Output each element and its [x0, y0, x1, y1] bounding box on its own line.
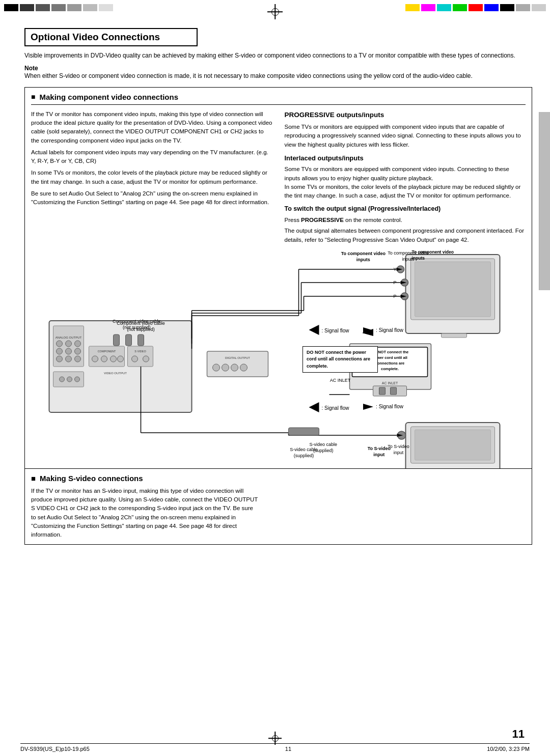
svg-text:DIGITAL OUTPUT: DIGITAL OUTPUT [225, 356, 250, 359]
svg-rect-18 [128, 346, 153, 367]
signal-flow-2-label: : Signal flow [362, 401, 403, 412]
svg-text:S VIDEO: S VIDEO [134, 350, 146, 353]
svg-rect-59 [415, 430, 491, 460]
do-not-connect-box: DO NOT connect the power cord until all … [302, 346, 378, 373]
svg-text:ANALOG OUTPUT: ANALOG OUTPUT [56, 336, 82, 339]
section1-right-col: PROGRESSIVE outputs/inputs Some TVs or m… [285, 110, 526, 244]
svg-rect-42 [391, 387, 397, 395]
svg-point-32 [240, 364, 248, 371]
svg-point-11 [75, 356, 81, 362]
svg-text:To component video: To component video [412, 249, 454, 255]
note-text: When either S-video or component video c… [24, 72, 473, 79]
signal-flow-1-label: : Signal flow [362, 325, 403, 336]
svg-point-15 [101, 356, 107, 362]
svg-rect-94 [289, 428, 319, 435]
svg-text:input: input [394, 450, 404, 455]
svg-text:complete.: complete. [381, 367, 399, 371]
svg-point-26 [75, 377, 80, 382]
diagram-area: ANALOG OUTPUT COMPONENT [31, 249, 526, 468]
svg-text:VIDEO OUTPUT: VIDEO OUTPUT [104, 372, 127, 375]
svg-rect-41 [379, 387, 386, 395]
switch-text1: Press PROGRESSIVE on the remote control. [285, 216, 526, 225]
svg-point-6 [57, 348, 63, 354]
to-s-video-label: To S-video input [368, 445, 391, 458]
component-cable-label: Component video cable (not supplied) [113, 318, 161, 331]
svg-marker-87 [309, 402, 319, 412]
svg-rect-82 [126, 334, 132, 346]
footer-center: 11 [285, 746, 291, 752]
section2-heading: ■ Making S-video connections [31, 474, 526, 483]
page-number: 11 [512, 727, 525, 741]
progressive-heading: PROGRESSIVE outputs/inputs [285, 110, 526, 120]
interlaced-text: Some TVs or monitors are equipped with c… [285, 165, 526, 200]
svg-point-30 [222, 364, 229, 371]
footer: DV-S939(US_E)p10-19.p65 11 10/2/00, 3:23… [20, 743, 530, 752]
switch-heading: To switch the output signal (Progressive… [285, 204, 526, 214]
svg-rect-83 [138, 334, 144, 346]
svg-point-4 [66, 341, 72, 347]
svg-point-14 [92, 356, 98, 362]
s-video-cable-label: S-video cable (supplied) [309, 441, 337, 454]
svg-point-21 [143, 356, 149, 362]
svg-point-20 [132, 356, 138, 362]
diagram-svg: ANALOG OUTPUT COMPONENT [31, 249, 526, 468]
section1-heading: ■ Making component video connections [31, 93, 526, 105]
svg-point-9 [57, 356, 63, 362]
svg-point-10 [66, 356, 72, 362]
svg-text:inputs: inputs [412, 256, 425, 261]
to-component-label: To component video inputs [341, 250, 386, 263]
svg-point-31 [231, 364, 238, 371]
svg-text:AC INLET: AC INLET [382, 381, 398, 385]
svg-point-3 [57, 341, 63, 347]
note-label: Note [24, 65, 38, 72]
svg-point-5 [75, 341, 81, 347]
left-para-3: In some TVs or monitors, the color level… [31, 169, 272, 186]
svg-marker-103 [363, 404, 373, 410]
section2-bullet: ■ [31, 474, 36, 483]
left-para-1: If the TV or monitor has component video… [31, 110, 272, 145]
crosshair-top-center [267, 4, 283, 19]
sidebar-gray [539, 112, 550, 290]
main-content-box: ■ Making component video connections If … [24, 87, 532, 469]
switch-text2: The output signal alternates between com… [285, 227, 526, 244]
note-section: Note When either S-video or component vi… [24, 64, 532, 80]
left-para-2: Actual labels for component video inputs… [31, 148, 272, 166]
svg-marker-84 [309, 325, 319, 335]
svg-text:COMPONENT: COMPONENT [98, 350, 116, 353]
intro-text: Visible improvements in DVD-Video qualit… [24, 51, 532, 60]
svg-rect-40 [373, 386, 407, 396]
svg-text:: Signal flow: : Signal flow [322, 328, 350, 333]
section2-box: ■ Making S-video connections If the TV o… [24, 469, 532, 545]
svg-point-29 [213, 364, 220, 371]
svg-text:: Signal flow: : Signal flow [322, 405, 350, 411]
left-para-4: Be sure to set Audio Out Select to "Anal… [31, 189, 272, 207]
svg-point-24 [60, 377, 65, 382]
page-title: Optional Video Connections [31, 32, 191, 43]
footer-left: DV-S939(US_E)p10-19.p65 [20, 746, 90, 752]
section1-left-col: If the TV or monitor has component video… [31, 110, 272, 244]
svg-text:To S-video: To S-video [388, 444, 409, 449]
section2-text: If the TV or monitor has an S-video inpu… [31, 487, 259, 540]
svg-point-8 [75, 348, 81, 354]
section1-bullet: ■ [31, 93, 35, 101]
svg-rect-46 [442, 333, 467, 338]
svg-point-7 [66, 348, 72, 354]
interlaced-heading: Interlaced outputs/inputs [285, 153, 526, 163]
ac-inlet-label: AC INLET [302, 378, 378, 383]
svg-point-25 [67, 377, 72, 382]
svg-point-16 [111, 356, 117, 362]
svg-point-17 [118, 356, 124, 362]
page-title-box: Optional Video Connections [24, 28, 198, 46]
svg-rect-81 [114, 334, 120, 346]
progressive-text: Some TVs or monitors are equipped with c… [285, 123, 526, 149]
footer-right: 10/2/00, 3:23 PM [487, 746, 530, 752]
svg-rect-45 [415, 262, 491, 317]
svg-text:connections are: connections are [375, 361, 405, 366]
